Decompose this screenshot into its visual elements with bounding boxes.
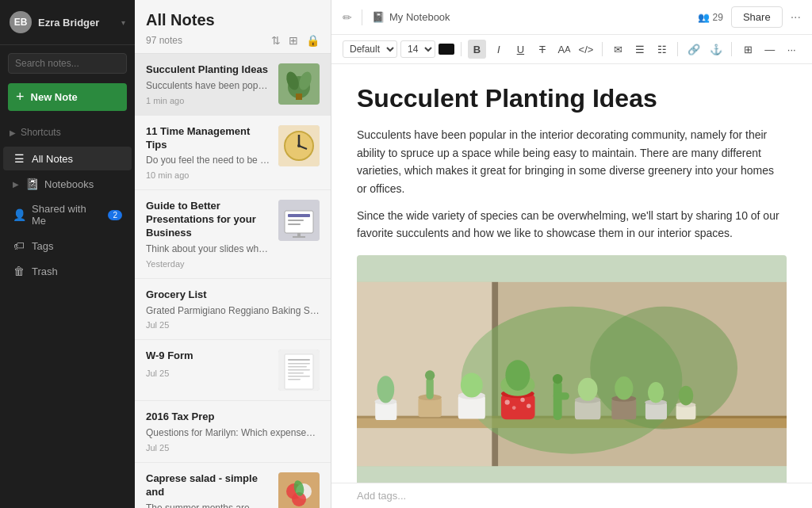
- note-item[interactable]: Guide to Better Presentations for your B…: [135, 190, 331, 278]
- shortcuts-label: Shortcuts: [21, 127, 61, 138]
- svg-point-52: [512, 406, 516, 410]
- code-button[interactable]: </>: [576, 40, 596, 59]
- lock-icon[interactable]: 🔒: [306, 34, 320, 47]
- notebook-label[interactable]: 📓 My Notebook: [372, 11, 450, 23]
- new-note-button[interactable]: + New Note: [8, 83, 127, 111]
- email-button[interactable]: ✉: [609, 40, 628, 59]
- ordered-list-button[interactable]: ☷: [653, 40, 672, 59]
- sidebar-item-notebooks[interactable]: ▶ 📓 Notebooks: [3, 172, 132, 196]
- note-title: Succulent Planting Ideas: [146, 63, 270, 77]
- note-item[interactable]: Succulent Planting Ideas Succulents have…: [135, 54, 331, 116]
- notebooks-icon: 📓: [25, 178, 38, 190]
- underline-button[interactable]: U: [511, 40, 530, 59]
- editor-pane: ✏ 📓 My Notebook 👥 29 Share ··· Default 1…: [331, 0, 812, 508]
- font-family-select[interactable]: Default: [343, 40, 397, 58]
- note-item[interactable]: W-9 Form Jul 25: [135, 340, 331, 401]
- note-date: Jul 25: [146, 443, 320, 453]
- note-thumbnail: [278, 200, 320, 241]
- notes-count: 97 notes: [146, 35, 182, 46]
- shared-badge: 2: [108, 210, 122, 220]
- note-date: Jul 25: [146, 369, 270, 378]
- shared-label: Shared with Me: [32, 203, 102, 227]
- sidebar-item-shared[interactable]: 👤 Shared with Me 2: [3, 197, 132, 232]
- svg-point-61: [578, 377, 598, 400]
- collab-count: 👥 29: [698, 12, 723, 23]
- note-text: W-9 Form Jul 25: [146, 349, 270, 378]
- svg-point-55: [505, 360, 530, 391]
- svg-rect-23: [288, 372, 304, 374]
- more-options-icon[interactable]: ···: [791, 10, 801, 25]
- notebooks-label: Notebooks: [44, 178, 94, 190]
- anchor-button[interactable]: ⚓: [707, 40, 726, 59]
- svg-point-9: [297, 144, 301, 147]
- more-toolbar-button[interactable]: ···: [782, 40, 801, 59]
- user-header[interactable]: EB Ezra Bridger ▾: [0, 0, 135, 45]
- svg-rect-62: [611, 399, 636, 419]
- note-preview: Succulents have been popular in the inte…: [146, 79, 270, 93]
- avatar: EB: [10, 11, 32, 33]
- color-swatch[interactable]: [439, 44, 454, 55]
- svg-rect-16: [293, 236, 305, 238]
- sort-icon[interactable]: ⇅: [271, 34, 281, 47]
- collab-icon: 👥: [698, 12, 710, 23]
- note-preview: Grated Parmigiano Reggiano Baking Soda C…: [146, 304, 320, 318]
- unordered-list-button[interactable]: ☰: [630, 40, 649, 59]
- sidebar-shortcuts-header[interactable]: ▶ Shortcuts: [0, 122, 135, 143]
- notes-toolbar-icons: ⇅ ⊞ 🔒: [271, 34, 320, 47]
- notebook-icon: 📓: [372, 11, 385, 23]
- pen-tool-icon[interactable]: ✏: [343, 11, 352, 24]
- note-text: 2016 Tax Prep Questions for Marilyn: Whi…: [146, 411, 320, 453]
- note-preview: Do you feel the need to be more organize…: [146, 154, 270, 167]
- note-body[interactable]: Succulents have been popular in the inte…: [357, 126, 787, 483]
- svg-rect-56: [553, 380, 562, 419]
- sidebar-item-tags[interactable]: 🏷 Tags: [3, 234, 132, 258]
- note-paragraph-2: Since the wide variety of species can be…: [357, 207, 787, 243]
- sidebar-item-trash[interactable]: 🗑 Trash: [3, 259, 132, 283]
- note-image: [357, 255, 787, 483]
- note-item[interactable]: 2016 Tax Prep Questions for Marilyn: Whi…: [135, 401, 331, 463]
- svg-point-51: [520, 398, 524, 402]
- note-title: W-9 Form: [146, 349, 270, 363]
- user-dropdown-icon: ▾: [121, 18, 125, 27]
- share-button[interactable]: Share: [731, 6, 783, 28]
- svg-rect-13: [288, 220, 304, 221]
- note-item[interactable]: 11 Time Management Tips Do you feel the …: [135, 116, 331, 191]
- note-item[interactable]: Grocery List Grated Parmigiano Reggiano …: [135, 279, 331, 341]
- trash-label: Trash: [32, 265, 58, 277]
- new-note-label: New Note: [31, 91, 78, 103]
- search-container: [0, 45, 135, 82]
- sidebar-shortcuts-section: ▶ Shortcuts: [0, 119, 135, 146]
- superscript-button[interactable]: AA: [555, 40, 574, 59]
- notes-scroll-area[interactable]: Succulent Planting Ideas Succulents have…: [135, 54, 331, 508]
- editor-toolbar: Default 14 B I U T AA </> ✉ ☰ ☷ 🔗 ⚓ ⊞ — …: [331, 35, 812, 64]
- note-item[interactable]: Caprese salad - simple and The summer mo…: [135, 463, 331, 508]
- horizontal-rule-button[interactable]: —: [760, 40, 779, 59]
- grid-view-icon[interactable]: ⊞: [289, 34, 298, 47]
- table-button[interactable]: ⊞: [738, 40, 757, 59]
- note-date: 10 min ago: [146, 170, 270, 180]
- svg-point-70: [679, 385, 694, 405]
- add-tags-field[interactable]: Add tags...: [331, 483, 812, 508]
- strikethrough-button[interactable]: T: [533, 40, 552, 59]
- font-size-select[interactable]: 14: [400, 40, 435, 58]
- italic-button[interactable]: I: [489, 40, 508, 59]
- note-title: Guide to Better Presentations for your B…: [146, 200, 270, 240]
- trash-icon: 🗑: [13, 265, 25, 277]
- note-thumbnail: [278, 349, 320, 391]
- notebook-name: My Notebook: [389, 11, 450, 23]
- sidebar-item-all-notes[interactable]: ☰ All Notes: [3, 147, 132, 170]
- tags-icon: 🏷: [13, 239, 25, 252]
- note-date: Jul 25: [146, 320, 320, 330]
- plus-icon: +: [16, 89, 25, 105]
- note-title: 11 Time Management Tips: [146, 125, 270, 152]
- note-date: Yesterday: [146, 259, 270, 269]
- search-input[interactable]: [8, 53, 127, 74]
- note-thumbnail: [278, 125, 320, 166]
- link-button[interactable]: 🔗: [684, 40, 703, 59]
- all-notes-label: All Notes: [32, 153, 73, 165]
- editor-content[interactable]: Succulent Planting Ideas Succulents have…: [331, 64, 812, 483]
- bold-button[interactable]: B: [468, 40, 487, 59]
- note-title: Grocery List: [146, 288, 320, 302]
- user-name: Ezra Bridger: [38, 17, 99, 29]
- all-notes-icon: ☰: [13, 152, 25, 165]
